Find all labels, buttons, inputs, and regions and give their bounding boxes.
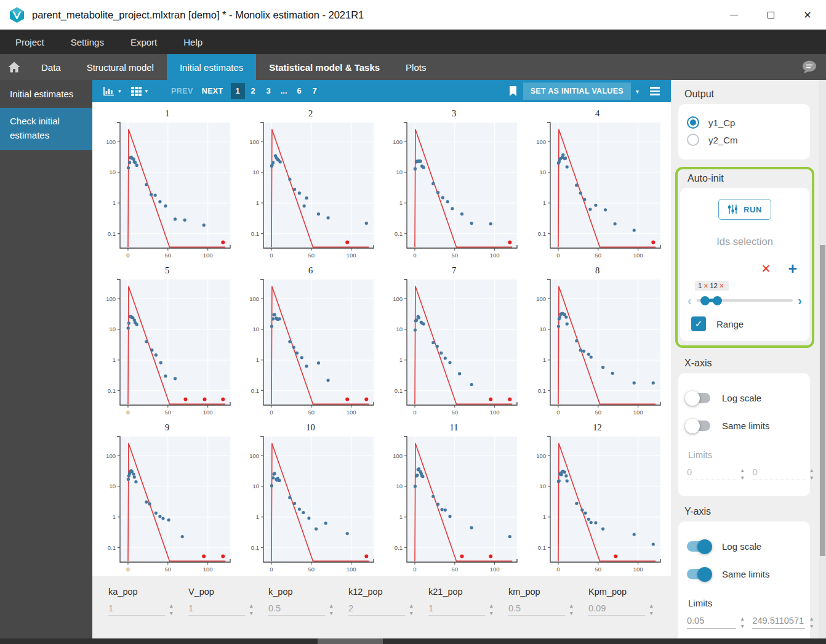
svg-text:10: 10 (109, 169, 116, 175)
svg-text:1: 1 (543, 356, 546, 363)
page-button-7[interactable]: 7 (308, 83, 322, 99)
parameter-value-input[interactable]: 1 (188, 603, 245, 616)
output-option-y1_Cp[interactable]: y1_Cp (687, 114, 801, 131)
stepper-arrows[interactable]: ▲▼ (249, 603, 254, 616)
svg-text:1: 1 (399, 513, 403, 520)
tab-statistical-model-tasks[interactable]: Statistical model & Tasks (256, 54, 393, 80)
tab-plots[interactable]: Plots (393, 54, 439, 80)
yaxis-min-input[interactable]: 0.05 (687, 616, 736, 629)
plot-title: 10 (239, 420, 382, 433)
menu-item-settings[interactable]: Settings (71, 37, 104, 47)
clear-ids-button[interactable]: ✕ (761, 262, 771, 276)
xaxis-log-label: Log scale (722, 393, 761, 403)
feedback-button[interactable] (801, 60, 817, 76)
parameter-value-input[interactable]: 0.5 (268, 603, 325, 616)
ids-chip[interactable]: 1✕12✕ (695, 281, 729, 291)
yaxis-log-toggle[interactable] (687, 541, 710, 552)
subplot-7[interactable]: 71001010.1050100 (382, 263, 526, 420)
page-button-2[interactable]: 2 (246, 83, 260, 99)
page-button-1[interactable]: 1 (231, 83, 245, 99)
add-ids-button[interactable]: + (788, 262, 797, 275)
svg-text:10: 10 (252, 483, 259, 489)
slider-right-chevron-icon[interactable]: › (798, 294, 802, 307)
minimize-button[interactable] (715, 0, 752, 30)
xaxis-same-limits-toggle[interactable] (687, 421, 710, 431)
parameter-value-input[interactable]: 2 (348, 603, 405, 616)
grid-layout-dropdown[interactable]: ▾ (131, 87, 148, 96)
stepper-arrows[interactable]: ▲▼ (809, 468, 814, 480)
checkbox-check-icon: ✓ (695, 318, 703, 329)
stepper-arrows[interactable]: ▲▼ (649, 603, 654, 616)
chip-remove-icon[interactable]: ✕ (703, 282, 708, 289)
maximize-button[interactable] (752, 0, 789, 30)
sidebar-item-check-initial-estimates[interactable]: Check initial estimates (0, 108, 92, 150)
parameter-value-input[interactable]: 0.5 (508, 603, 565, 616)
yaxis-max-limit: 249.5110571 ▲▼ (752, 616, 814, 629)
svg-text:100: 100 (633, 566, 643, 573)
panel-scrollbar[interactable] (819, 80, 826, 638)
subplot-9[interactable]: 91001010.1050100 (95, 420, 239, 576)
bookmark-icon[interactable] (509, 86, 517, 97)
autoinit-section-title: Auto-init (688, 173, 809, 184)
xaxis-max-input[interactable]: 0 (752, 467, 805, 480)
stepper-arrows[interactable]: ▲▼ (169, 603, 174, 616)
plot-type-dropdown[interactable]: ▾ (103, 87, 121, 96)
home-tab[interactable] (0, 54, 28, 80)
slider-left-chevron-icon[interactable]: ‹ (688, 294, 692, 307)
svg-text:50: 50 (308, 566, 315, 573)
stepper-arrows[interactable]: ▲▼ (809, 616, 814, 629)
scrollbar-thumb[interactable] (820, 245, 825, 556)
slider-track[interactable] (697, 299, 793, 302)
menu-item-help[interactable]: Help (183, 37, 202, 47)
tab-data[interactable]: Data (28, 54, 74, 80)
subplot-5[interactable]: 51001010.1050100 (95, 263, 239, 420)
stepper-arrows[interactable]: ▲▼ (740, 468, 745, 480)
subplot-11[interactable]: 111001010.1050100 (382, 420, 526, 576)
parameter-km_pop: km_pop0.5▲▼ (508, 576, 588, 638)
slider-handle-max[interactable] (713, 296, 722, 305)
subplot-8[interactable]: 81001010.1050100 (526, 263, 669, 420)
subplot-3[interactable]: 31001010.1050100 (382, 106, 526, 263)
range-checkbox[interactable]: ✓ (691, 316, 706, 331)
prev-page-button[interactable]: PREV (171, 87, 193, 95)
menu-item-export[interactable]: Export (130, 37, 157, 47)
xaxis-min-input[interactable]: 0 (687, 467, 736, 480)
output-option-y2_Cm[interactable]: y2_Cm (687, 131, 801, 148)
tab-structural-model[interactable]: Structural model (74, 54, 167, 80)
yaxis-max-input[interactable]: 249.5110571 (752, 616, 805, 629)
parameter-value-input[interactable]: 1 (428, 603, 485, 616)
next-page-button[interactable]: NEXT (202, 87, 223, 95)
xaxis-log-toggle[interactable] (687, 393, 710, 403)
svg-text:0.1: 0.1 (538, 544, 546, 551)
parameter-value-input[interactable]: 1 (108, 603, 165, 616)
svg-text:100: 100 (249, 296, 259, 302)
hamburger-menu-icon[interactable] (650, 87, 660, 95)
subplot-2[interactable]: 21001010.1050100 (239, 106, 382, 263)
set-values-caret-icon[interactable]: ▾ (636, 88, 639, 95)
run-button[interactable]: RUN (718, 199, 771, 220)
stepper-arrows[interactable]: ▲▼ (409, 603, 414, 616)
stepper-arrows[interactable]: ▲▼ (740, 616, 745, 629)
menu-item-project[interactable]: Project (15, 37, 44, 47)
stepper-arrows[interactable]: ▲▼ (489, 603, 494, 616)
svg-text:100: 100 (249, 139, 259, 145)
slider-handle-min[interactable] (700, 296, 710, 305)
chip-remove-icon[interactable]: ✕ (719, 282, 724, 289)
subplot-1[interactable]: 11001010.1050100 (95, 106, 239, 263)
set-as-initial-values-button[interactable]: SET AS INITIAL VALUES (523, 83, 631, 100)
subplot-12[interactable]: 121001010.1050100 (526, 420, 669, 576)
subplot-10[interactable]: 101001010.1050100 (239, 420, 382, 576)
sidebar-header: Initial estimates (0, 80, 92, 108)
tab-initial-estimates[interactable]: Initial estimates (167, 54, 256, 80)
subplot-4[interactable]: 41001010.1050100 (526, 106, 669, 263)
yaxis-same-limits-toggle[interactable] (687, 569, 710, 579)
chat-bubble-icon (801, 60, 817, 74)
parameter-value-input[interactable]: 0.09 (588, 603, 645, 616)
stepper-arrows[interactable]: ▲▼ (569, 603, 574, 616)
page-button-3[interactable]: 3 (262, 83, 276, 99)
page-button-6[interactable]: 6 (292, 83, 307, 99)
close-button[interactable]: ✕ (789, 0, 826, 30)
stepper-arrows[interactable]: ▲▼ (329, 603, 334, 616)
xaxis-section: X-axis Log scale Same limits Limits 0 (678, 358, 810, 496)
subplot-6[interactable]: 61001010.1050100 (239, 263, 382, 420)
